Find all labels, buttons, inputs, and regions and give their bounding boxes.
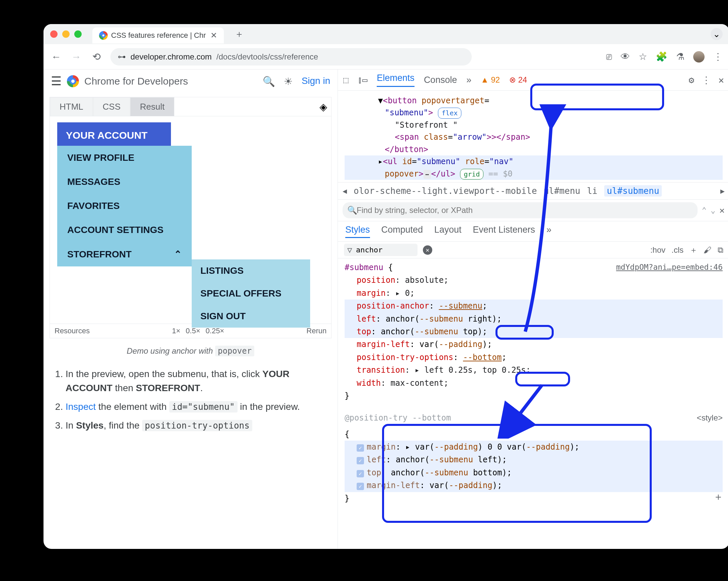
address-bar[interactable]: ⊶ developer.chrome.com/docs/devtools/css… — [110, 48, 472, 65]
paint-icon[interactable]: 🖌 — [704, 245, 711, 255]
inspect-element-icon[interactable]: ⬚ — [343, 75, 348, 85]
chrome-favicon — [99, 31, 108, 40]
computed-toggle-icon[interactable]: ⧉ — [718, 245, 723, 255]
new-rule-plus-icon[interactable]: ＋ — [690, 245, 698, 255]
checkbox-icon[interactable]: ✓ — [357, 483, 364, 490]
find-prev-icon[interactable]: ⌃ — [702, 205, 706, 215]
dom-tree[interactable]: ▼<button popovertarget= "submenu"> flex … — [338, 91, 728, 182]
crumb-item-selected[interactable]: ul#submenu — [604, 185, 662, 197]
flex-badge[interactable]: flex — [438, 108, 461, 118]
extensions-puzzle-icon[interactable]: 🧩 — [656, 51, 668, 62]
zoom-05x[interactable]: 0.5× — [186, 327, 200, 335]
theme-toggle-icon[interactable]: ☀ — [284, 76, 293, 87]
menu-view-profile[interactable]: VIEW PROFILE — [57, 146, 192, 170]
search-icon[interactable]: 🔍 — [263, 76, 275, 87]
checkbox-icon[interactable]: ✓ — [357, 444, 364, 452]
tab-result[interactable]: Result — [130, 97, 174, 116]
incognito-eye-icon[interactable]: 👁 — [621, 51, 630, 62]
tab-styles[interactable]: Styles — [345, 225, 370, 238]
forward-button[interactable]: → — [70, 51, 82, 62]
submenu-special-offers[interactable]: SPECIAL OFFERS — [192, 282, 310, 305]
styles-filter-input[interactable] — [344, 244, 418, 256]
hamburger-menu-icon[interactable]: ☰ — [51, 74, 61, 88]
errors-badge[interactable]: ⊗ 24 — [509, 75, 527, 85]
grid-badge[interactable]: grid — [460, 169, 484, 179]
submenu-listings[interactable]: LISTINGS — [192, 259, 310, 282]
codepen-icon[interactable]: ◈ — [319, 101, 327, 113]
menu-messages[interactable]: MESSAGES — [57, 170, 192, 194]
position-try-rule[interactable]: <style> @position-try --bottom { ✓margin… — [345, 408, 723, 505]
close-window-button[interactable] — [50, 30, 57, 38]
crumb-scroll-left-icon[interactable]: ◂ — [343, 186, 347, 196]
cast-icon[interactable]: ⎚ — [606, 52, 612, 62]
style-source[interactable]: <style> — [697, 412, 723, 424]
clear-filter-icon[interactable]: ✕ — [423, 245, 432, 255]
checkbox-icon[interactable]: ✓ — [357, 470, 364, 477]
checkbox-icon[interactable]: ✓ — [357, 457, 364, 464]
tabs-overflow-button[interactable]: ⌄ — [710, 28, 723, 40]
more-styles-tabs-icon[interactable]: » — [546, 225, 551, 238]
gear-icon[interactable]: ⚙ — [688, 75, 694, 86]
hov-toggle[interactable]: :hov — [650, 245, 666, 255]
dom-breadcrumbs[interactable]: ◂ olor-scheme--light.viewport--mobile ul… — [338, 182, 728, 200]
bookmark-star-icon[interactable]: ☆ — [639, 51, 647, 62]
profile-avatar[interactable] — [693, 51, 705, 62]
page-content: ☰ Chrome for Developers 🔍 ☀ Sign in HTML… — [44, 70, 338, 549]
codepen-embed: HTML CSS Result ◈ YOUR ACCOUNT VIEW PROF… — [50, 97, 332, 338]
crumb-item[interactable]: ul#menu — [544, 186, 580, 196]
close-tab-icon[interactable]: ✕ — [210, 31, 217, 40]
rerun-button[interactable]: Rerun — [307, 327, 327, 335]
zoom-025x[interactable]: 0.25× — [206, 327, 225, 335]
find-next-icon[interactable]: ⌄ — [710, 205, 715, 215]
cls-toggle[interactable]: .cls — [672, 245, 683, 255]
tab-title: CSS features reference | Chr — [111, 31, 206, 40]
inspect-link[interactable]: Inspect — [66, 402, 96, 412]
tab-elements[interactable]: Elements — [377, 73, 415, 87]
step-3: In Styles, find the position-try-options — [66, 418, 326, 433]
warnings-badge[interactable]: ▲ 92 — [481, 75, 500, 85]
add-rule-plus-icon[interactable]: ＋ — [713, 489, 723, 505]
tab-console[interactable]: Console — [424, 75, 457, 85]
resources-link[interactable]: Resources — [55, 327, 90, 335]
find-bar: 🔍 ⌃ ⌄ ✕ — [338, 200, 728, 221]
menu-account-settings[interactable]: ACCOUNT SETTINGS — [57, 218, 192, 242]
expand-dots-icon[interactable]: ⋯ — [423, 170, 431, 179]
crumb-scroll-right-icon[interactable]: ▸ — [720, 186, 725, 196]
signin-link[interactable]: Sign in — [302, 76, 330, 87]
kebab-menu-icon[interactable]: ⋮ — [702, 75, 711, 86]
site-title: Chrome for Developers — [84, 76, 188, 87]
crumb-item[interactable]: li — [587, 186, 597, 196]
maximize-window-button[interactable] — [74, 30, 82, 38]
device-toolbar-icon[interactable]: ⫿▭ — [358, 75, 368, 85]
find-input[interactable] — [343, 202, 698, 218]
labs-flask-icon[interactable]: ⚗ — [676, 51, 684, 62]
tab-computed[interactable]: Computed — [382, 225, 423, 238]
tab-event-listeners[interactable]: Event Listeners — [473, 225, 535, 238]
back-button[interactable]: ← — [50, 51, 62, 62]
tab-layout[interactable]: Layout — [434, 225, 461, 238]
menu-your-account[interactable]: YOUR ACCOUNT — [57, 122, 171, 148]
submenu-sign-out[interactable]: SIGN OUT — [192, 305, 310, 328]
zoom-1x[interactable]: 1× — [172, 327, 180, 335]
menu-storefront[interactable]: STOREFRONT⌃ — [57, 242, 192, 267]
new-tab-button[interactable]: ＋ — [235, 28, 244, 40]
minimize-window-button[interactable] — [62, 30, 70, 38]
rule-source-link[interactable]: mdYdpOM?ani…pe=embed:46 — [616, 261, 723, 273]
site-settings-icon[interactable]: ⊶ — [118, 52, 126, 61]
css-rules[interactable]: mdYdpOM?ani…pe=embed:46 #submenu { posit… — [338, 258, 728, 507]
site-header: ☰ Chrome for Developers 🔍 ☀ Sign in — [44, 70, 338, 93]
devtools-panel: ⬚ ⫿▭ Elements Console » ▲ 92 ⊗ 24 ⚙ ⋮ ✕ … — [338, 70, 728, 549]
close-icon[interactable]: ✕ — [718, 75, 724, 86]
browser-toolbar: ← → ⟲ ⊶ developer.chrome.com/docs/devtoo… — [44, 44, 728, 70]
tab-css[interactable]: CSS — [93, 97, 130, 116]
reload-button[interactable]: ⟲ — [90, 51, 102, 62]
browser-tab[interactable]: CSS features reference | Chr ✕ — [92, 27, 224, 44]
kebab-menu-icon[interactable]: ⋮ — [713, 51, 723, 62]
menu-favorites[interactable]: FAVORITES — [57, 194, 192, 218]
more-tabs-icon[interactable]: » — [466, 75, 471, 85]
crumb-item[interactable]: olor-scheme--light.viewport--mobile — [354, 186, 537, 196]
window-titlebar: CSS features reference | Chr ✕ ＋ ⌄ — [44, 24, 728, 44]
tab-html[interactable]: HTML — [50, 97, 93, 116]
close-find-icon[interactable]: ✕ — [719, 205, 725, 215]
instruction-steps: In the preview, open the submenu, that i… — [44, 360, 338, 440]
